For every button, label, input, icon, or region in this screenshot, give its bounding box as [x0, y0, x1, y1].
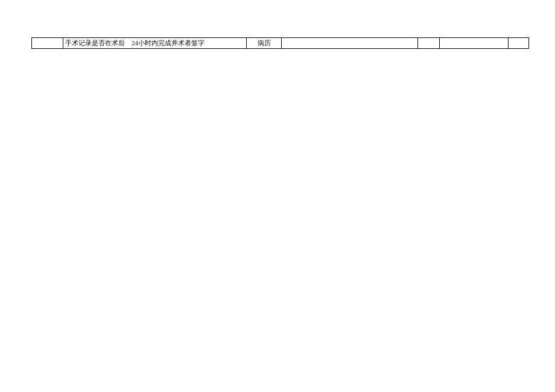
- cell-5: [418, 38, 440, 49]
- cell-2-text-b: 24小时内完成并术者签字: [132, 39, 205, 46]
- cell-7: [509, 38, 529, 49]
- cell-6: [440, 38, 509, 49]
- table-container: 手术记录是否在术后 24小时内完成并术者签字 病历: [31, 37, 528, 49]
- cell-3-text: 病历: [258, 39, 271, 46]
- cell-2-text-a: 手术记录是否在术后: [65, 39, 125, 46]
- cell-1: [32, 38, 63, 49]
- cell-3: 病历: [247, 38, 282, 49]
- cell-4: [282, 38, 418, 49]
- table-row: 手术记录是否在术后 24小时内完成并术者签字 病历: [32, 38, 529, 49]
- data-table: 手术记录是否在术后 24小时内完成并术者签字 病历: [31, 37, 529, 49]
- cell-2: 手术记录是否在术后 24小时内完成并术者签字: [63, 38, 247, 49]
